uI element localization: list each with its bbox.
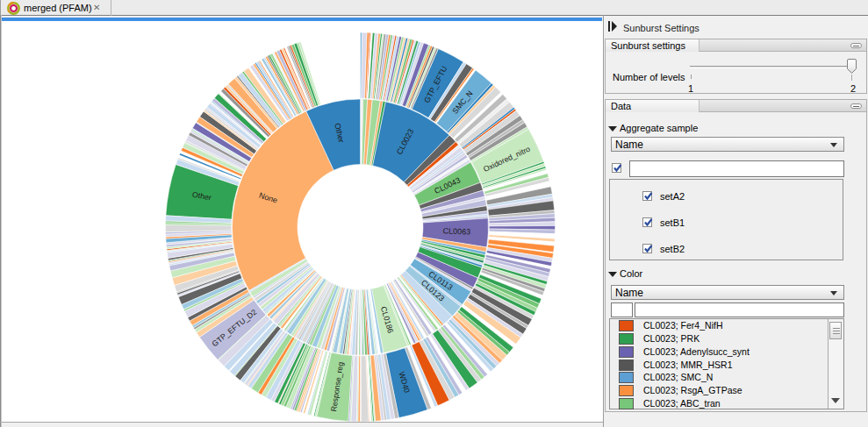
- svg-text:CL0063: CL0063: [442, 226, 470, 236]
